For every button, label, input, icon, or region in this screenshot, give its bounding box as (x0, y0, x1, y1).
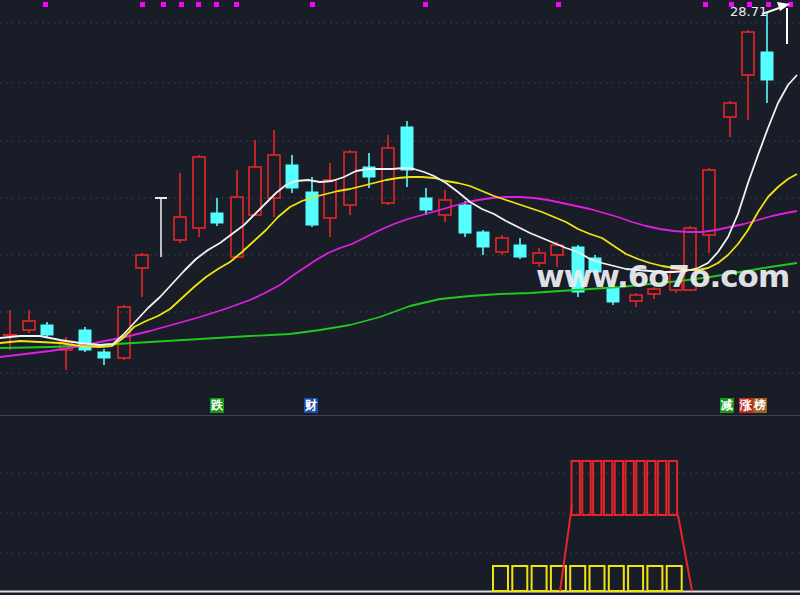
stock-chart-screen: www.6o7o.com 28.71 跌财减涨榜 (0, 0, 800, 595)
tag-reduce: 减 (720, 398, 734, 413)
sub-indicator (493, 461, 692, 591)
tag-rise: 涨 (739, 398, 753, 413)
watermark: www.6o7o.com (536, 258, 789, 294)
top-signal-dots (43, 2, 793, 7)
last-price-label: 28.71 (730, 4, 767, 19)
ma-lines (0, 75, 797, 357)
ma-line-white (0, 75, 797, 345)
tag-board: 榜 (753, 398, 767, 413)
tag-fall: 跌 (210, 398, 224, 413)
candlestick-chart[interactable] (0, 0, 800, 595)
tag-wealth: 财 (304, 398, 318, 413)
candles (3, 13, 773, 370)
